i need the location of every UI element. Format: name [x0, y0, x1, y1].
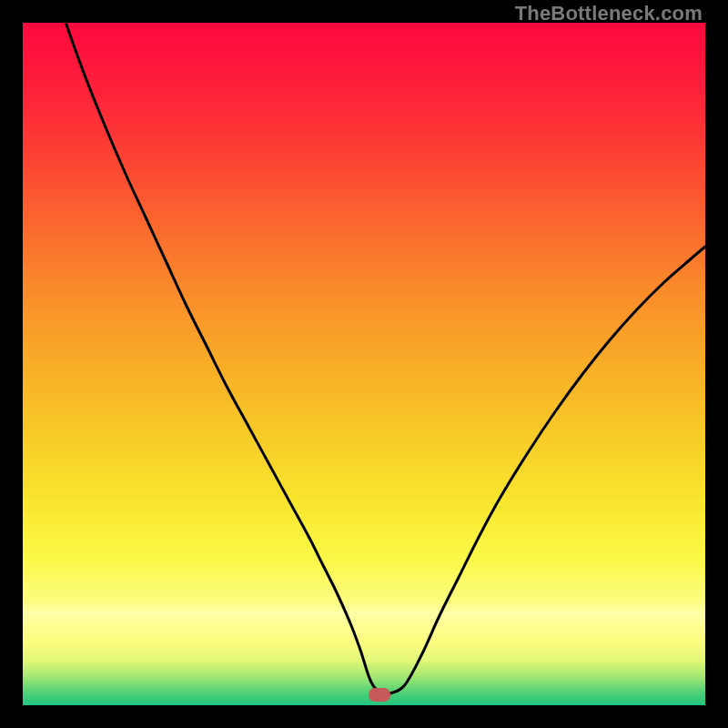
- bottleneck-curve: [23, 23, 705, 705]
- chart-frame: TheBottleneck.com: [0, 0, 728, 728]
- watermark-text: TheBottleneck.com: [515, 2, 703, 25]
- optimal-marker: [369, 688, 390, 702]
- plot-area: [23, 23, 705, 705]
